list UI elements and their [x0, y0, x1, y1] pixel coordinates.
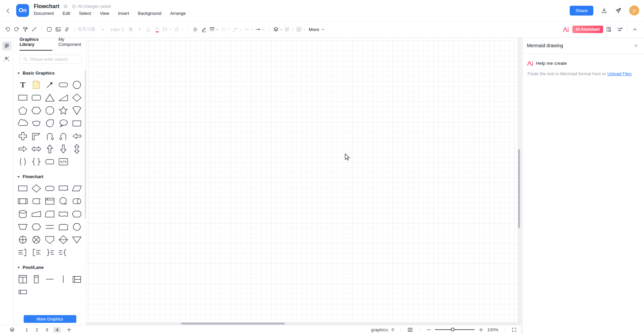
- shape-star[interactable]: [56, 104, 70, 117]
- close-icon[interactable]: [634, 43, 639, 48]
- shape-process[interactable]: [16, 182, 30, 195]
- document-title[interactable]: Flowchart: [34, 3, 59, 9]
- shape-document[interactable]: [56, 182, 70, 195]
- section-basic-graphics[interactable]: Basic Graphics: [14, 66, 86, 78]
- avatar[interactable]: y: [629, 5, 639, 16]
- menu-background[interactable]: Background: [138, 11, 161, 16]
- shape-hexagon[interactable]: [30, 104, 43, 117]
- section-pool-lane[interactable]: Pool/Lane: [14, 260, 86, 272]
- format-painter-icon[interactable]: [21, 25, 30, 34]
- help-me-create[interactable]: Help me create: [527, 60, 639, 66]
- redo-icon[interactable]: [12, 25, 21, 34]
- shape-sticky-note[interactable]: [30, 78, 43, 91]
- image-icon[interactable]: [54, 25, 62, 34]
- menu-insert[interactable]: Insert: [118, 11, 129, 16]
- shape-predefined-process[interactable]: [16, 195, 30, 207]
- shape-arrow-double-v[interactable]: [70, 142, 83, 155]
- shape-arc[interactable]: [30, 117, 43, 130]
- bold-icon[interactable]: B: [126, 25, 135, 34]
- shape-connector-node[interactable]: [70, 220, 83, 233]
- shape-arrow-right[interactable]: [16, 142, 30, 155]
- toolbar-collapse-icon[interactable]: [630, 25, 639, 34]
- shape-hexagon-rounded[interactable]: [70, 207, 83, 220]
- shape-or-junction[interactable]: [16, 233, 30, 246]
- share-button[interactable]: Share: [570, 6, 593, 16]
- align-objects-icon[interactable]: [284, 25, 295, 34]
- vertical-scroll-thumb[interactable]: [518, 149, 520, 228]
- shape-sequential-data[interactable]: [56, 195, 70, 207]
- shape-right-triangle[interactable]: [56, 91, 70, 104]
- more-button[interactable]: More: [309, 27, 325, 32]
- shape-brace-right[interactable]: [43, 246, 57, 259]
- page-4[interactable]: 4: [53, 327, 61, 333]
- shape-sort[interactable]: [56, 233, 70, 246]
- zoom-out-icon[interactable]: [426, 327, 431, 332]
- shape-stored-data[interactable]: [30, 195, 43, 207]
- add-page-icon[interactable]: [67, 327, 72, 332]
- shape-angle[interactable]: [30, 130, 43, 142]
- line-style-icon[interactable]: [220, 25, 231, 34]
- shape-display[interactable]: [56, 220, 70, 233]
- shape-manual-input[interactable]: [30, 207, 43, 220]
- page-3[interactable]: 3: [43, 327, 51, 333]
- star-icon[interactable]: [63, 4, 68, 9]
- italic-icon[interactable]: I: [135, 25, 144, 34]
- layer-icon[interactable]: [272, 25, 284, 34]
- shape-parallel-mode[interactable]: [43, 220, 57, 233]
- shape-octagon[interactable]: [43, 104, 57, 117]
- upload-files-link[interactable]: Upload Files: [607, 71, 632, 76]
- shape-pool-vertical-1[interactable]: [30, 273, 43, 285]
- magic-wand-icon[interactable]: [3, 56, 9, 62]
- zoom-level[interactable]: 100%: [487, 327, 498, 332]
- arrow-start-icon[interactable]: [243, 25, 254, 34]
- zoom-in-icon[interactable]: [479, 327, 484, 332]
- font-family-select[interactable]: 苍耳与墨: [78, 26, 107, 32]
- menu-document[interactable]: Document: [34, 11, 54, 16]
- shape-u-turn-right[interactable]: [43, 130, 57, 142]
- shape-flat-rounded-rect[interactable]: [56, 78, 70, 91]
- line-width-icon[interactable]: [208, 25, 220, 34]
- shape-cloud[interactable]: [16, 117, 30, 130]
- menu-view[interactable]: View: [100, 11, 109, 16]
- arrow-end-icon[interactable]: [254, 25, 266, 34]
- shape-pool-horizontal-1[interactable]: [16, 285, 30, 298]
- shape-arrow-up[interactable]: [43, 142, 57, 155]
- find-replace-icon[interactable]: [604, 25, 613, 34]
- zoom-slider-thumb[interactable]: [451, 328, 455, 331]
- shape-decision[interactable]: [30, 182, 43, 195]
- shape-lane-vertical[interactable]: [56, 273, 70, 285]
- shape-u-turn-left[interactable]: [56, 130, 70, 142]
- shape-text[interactable]: T: [16, 78, 30, 91]
- tab-graphics-library[interactable]: Graphics Library: [20, 37, 52, 51]
- shape-arrow-diagonal[interactable]: [43, 78, 57, 91]
- shape-pool-vertical-2[interactable]: [16, 273, 30, 285]
- ai-assistant-button[interactable]: AI Assistant: [572, 26, 603, 33]
- section-flowchart[interactable]: Flowchart: [14, 169, 86, 181]
- menu-edit[interactable]: Edit: [62, 11, 70, 16]
- sidebar-scrollbar[interactable]: [85, 71, 86, 219]
- font-color-icon[interactable]: A: [153, 25, 161, 34]
- shape-icon[interactable]: [45, 25, 54, 34]
- line-height-icon[interactable]: [161, 25, 173, 34]
- shape-arrow-left[interactable]: [70, 130, 83, 142]
- shape-off-page-connector[interactable]: [43, 233, 57, 246]
- undo-icon[interactable]: [3, 25, 12, 34]
- horizontal-scrollbar[interactable]: [86, 322, 521, 325]
- link-icon[interactable]: [62, 25, 71, 34]
- app-logo[interactable]: On: [16, 4, 29, 17]
- search-input[interactable]: [30, 57, 78, 62]
- shape-pentagon[interactable]: [16, 104, 30, 117]
- shape-braces[interactable]: [30, 155, 43, 168]
- shape-rectangle[interactable]: [16, 91, 30, 104]
- shape-internal-storage[interactable]: [43, 195, 57, 207]
- drawing-canvas[interactable]: [86, 38, 521, 325]
- shape-arrow-double-h[interactable]: [30, 142, 43, 155]
- menu-arrange[interactable]: Arrange: [170, 11, 186, 16]
- shape-card[interactable]: [43, 207, 57, 220]
- shape-rounded-rectangle[interactable]: [30, 91, 43, 104]
- tab-my-component[interactable]: My Component: [58, 37, 86, 51]
- menu-select[interactable]: Select: [79, 11, 91, 16]
- fill-color-icon[interactable]: [191, 25, 200, 34]
- horizontal-scroll-thumb[interactable]: [181, 323, 285, 325]
- stepper-icons[interactable]: [121, 27, 124, 32]
